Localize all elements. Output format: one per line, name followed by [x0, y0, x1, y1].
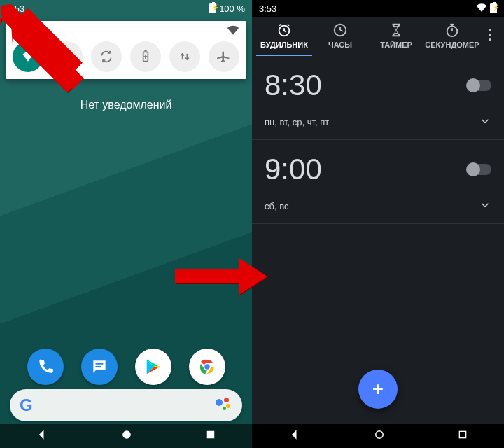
app-phone[interactable] — [27, 349, 64, 385]
nav-back[interactable] — [288, 428, 302, 444]
wifi-icon — [227, 25, 239, 37]
alarm-days: пн, вт, ср, чт, пт — [265, 117, 329, 127]
nav-bar — [0, 424, 252, 448]
google-search-bar[interactable]: G — [10, 389, 242, 421]
qs-dnd[interactable] — [52, 41, 83, 72]
nav-recents[interactable] — [204, 428, 217, 444]
notification-shade[interactable]: Пт, 17 — [6, 21, 246, 79]
status-time: 3:53 — [259, 4, 276, 14]
tab-stopwatch-label: СЕКУНДОМЕР — [425, 41, 479, 49]
overflow-menu[interactable] — [480, 29, 500, 50]
alarm-item[interactable]: 8:30 пн, вт, ср, чт, пт — [252, 56, 504, 140]
nav-bar — [252, 424, 504, 448]
dock — [0, 349, 252, 385]
qs-data[interactable] — [169, 41, 200, 72]
shade-date: Пт, 17 — [13, 26, 38, 36]
status-time[interactable]: 3:53 — [7, 4, 24, 14]
tab-alarm[interactable]: БУДИЛЬНИК — [256, 22, 312, 56]
svg-rect-12 — [206, 431, 214, 439]
chevron-down-icon[interactable] — [479, 199, 491, 214]
svg-line-15 — [284, 31, 286, 32]
qs-airplane[interactable] — [209, 41, 239, 72]
clock-tabs: БУДИЛЬНИК ЧАСЫ ТАЙМЕР СЕКУНДОМЕР — [252, 17, 504, 56]
assistant-icon[interactable] — [214, 396, 232, 414]
nav-back[interactable] — [35, 428, 49, 444]
quick-settings-row — [13, 41, 239, 72]
alarm-days: сб, вс — [265, 201, 288, 211]
tab-stopwatch[interactable]: СЕКУНДОМЕР — [424, 22, 480, 56]
app-play-store[interactable] — [135, 349, 172, 385]
battery-charging-icon: ⚡ — [490, 4, 497, 13]
no-notifications-label: Нет уведомлений — [0, 99, 252, 111]
svg-line-16 — [279, 24, 281, 26]
nav-home[interactable] — [373, 428, 386, 444]
chevron-down-icon[interactable] — [479, 115, 491, 130]
tab-timer-label: ТАЙМЕР — [380, 41, 412, 49]
home-screen: 3:53 ⚡ 100 % Пт, 17 — [0, 0, 252, 448]
tab-timer[interactable]: ТАЙМЕР — [368, 22, 424, 56]
svg-line-20 — [340, 30, 343, 31]
app-messages[interactable] — [81, 349, 118, 385]
tab-clock[interactable]: ЧАСЫ — [312, 22, 368, 56]
svg-point-25 — [376, 431, 384, 439]
clock-app: 3:53 ⚡ БУДИЛЬНИК ЧАСЫ ТАЙМЕР СЕКУНДОМЕР — [252, 0, 504, 448]
alarm-time[interactable]: 9:00 — [265, 153, 322, 186]
qs-wifi[interactable] — [13, 41, 43, 72]
tab-clock-label: ЧАСЫ — [328, 41, 352, 49]
wifi-icon — [476, 4, 487, 14]
plus-icon: + — [372, 378, 384, 400]
status-bar: 3:53 ⚡ 100 % — [0, 0, 252, 17]
tab-alarm-label: БУДИЛЬНИК — [260, 41, 308, 49]
alarm-toggle[interactable] — [468, 80, 491, 91]
svg-rect-26 — [459, 431, 465, 438]
alarm-time[interactable]: 8:30 — [265, 69, 322, 102]
qs-autorotate[interactable] — [91, 41, 122, 72]
battery-percent: 100 % — [219, 4, 245, 14]
svg-line-17 — [288, 24, 290, 26]
add-alarm-fab[interactable]: + — [358, 370, 398, 409]
battery-charging-icon: ⚡ — [209, 4, 216, 13]
status-bar: 3:53 ⚡ — [252, 0, 504, 17]
svg-point-11 — [122, 430, 131, 439]
nav-recents[interactable] — [457, 429, 468, 443]
alarm-toggle[interactable] — [468, 164, 491, 175]
google-logo-icon: G — [20, 396, 33, 415]
alarm-item[interactable]: 9:00 сб, вс — [252, 140, 504, 224]
qs-battery[interactable] — [130, 41, 161, 72]
app-chrome[interactable] — [189, 349, 225, 385]
nav-home[interactable] — [120, 428, 134, 444]
